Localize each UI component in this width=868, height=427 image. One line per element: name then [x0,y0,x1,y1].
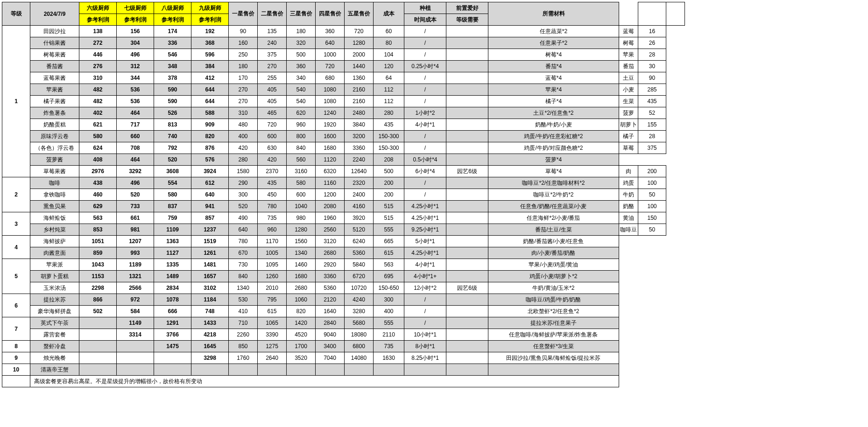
p9: 640 [191,189,229,201]
recipe-name: 乡村炖菜 [30,224,79,236]
p8: 526 [154,107,191,119]
side-val: 28 [638,131,666,142]
mat: 土豆*2/任意鱼*2 [488,107,619,119]
p9: 1481 [191,259,229,271]
level-cell: 2 [2,177,30,212]
s3: 1040 [287,201,316,212]
plant: 8小时*1 [404,341,446,352]
s1: 410 [229,306,258,317]
s4: 2920 [316,259,345,271]
s3: 1340 [287,247,316,259]
plant: 4.25小时*1 [404,247,446,259]
s5: 6720 [345,271,374,282]
side-val: 375 [638,142,666,154]
req [446,212,488,224]
recipe-name: 蓝莓果酱 [30,72,79,84]
p8: 666 [154,306,191,317]
mat: 番茄/土豆/生菜 [488,224,619,236]
req [446,271,488,282]
recipe-name: 草莓果酱 [30,166,79,177]
s2: 735 [258,212,287,224]
s3: 1280 [287,224,316,236]
s1: 250 [229,49,258,61]
s1: 670 [229,247,258,259]
s4: 1000 [316,49,345,61]
cost: 150-300 [374,131,404,142]
cost: 150-650 [374,282,404,294]
s3: 600 [287,189,316,201]
table-row: 3海鲜烩饭563661759857490735980196039205154.2… [2,212,685,224]
cost: 515 [374,212,404,224]
s5: 6800 [345,341,374,352]
s5: 2320 [345,177,374,189]
s3: 360 [287,61,316,72]
s5: 3200 [345,131,374,142]
p6 [79,352,117,364]
s3: 3520 [287,352,316,364]
side-name: 苹果 [619,49,638,61]
p7: 981 [117,224,154,236]
side-val: 90 [638,72,666,84]
p9: 1657 [191,271,229,282]
s2: 465 [258,107,287,119]
p9: 1184 [191,294,229,306]
p9: 909 [191,119,229,131]
s4: 2840 [316,317,345,329]
recipe-name: 露营套餐 [30,329,79,341]
table-row: 6提拉米苏86697210781184530795106021204240300… [2,294,685,306]
s2: 450 [258,189,287,201]
table-row: 10清蒸帝王蟹 [2,364,685,376]
recipe-name: 烛光晚餐 [30,352,79,364]
p7: 536 [117,84,154,96]
p7: 312 [117,61,154,72]
plant: 1小时*2 [404,107,446,119]
cost: 112 [374,84,404,96]
table-row: （各色）浮云卷62470879287642063084016803360150-… [2,142,685,154]
p7: 344 [117,72,154,84]
recipe-name: 什锦果酱 [30,37,79,49]
req [446,236,488,247]
recipe-name: 苹果派 [30,259,79,271]
p9: 1645 [191,341,229,352]
p7: 717 [117,119,154,131]
mat: 苹果*4 [488,84,619,96]
req [446,341,488,352]
p7: 708 [117,142,154,154]
s1: 170 [229,72,258,84]
s3: 620 [287,107,316,119]
s2: 1260 [258,271,287,282]
s5: 4160 [345,201,374,212]
table-row: 玉米浓汤229825662834310213402010268053601072… [2,282,685,294]
s4: 1080 [316,96,345,107]
s2: 3390 [258,329,287,341]
recipe-name: 橘子果酱 [30,96,79,107]
mat: 番茄*4 [488,61,619,72]
cost: 64 [374,72,404,84]
p9 [191,364,229,376]
hdr-s2: 二星售价 [258,2,287,26]
side-val: 155 [638,119,666,131]
s3: 1680 [287,271,316,282]
plant: / [404,84,446,96]
mat: 任意鱼/奶酪/任意蔬菜/小麦 [488,201,619,212]
table-row: 拿铁咖啡46052058064030045060012002400200/咖啡豆… [2,189,685,201]
hdr-plant-a: 种植 [404,2,446,14]
hdr-plant-b: 时间成本 [404,14,446,26]
s2 [258,364,287,376]
p7: 304 [117,37,154,49]
s2: 405 [258,84,287,96]
mat: 蓝莓*4 [488,72,619,84]
s3: 560 [287,154,316,166]
recipe-name: 螯虾冷盘 [30,341,79,352]
level-cell: 3 [2,212,30,236]
table-row: 菠萝酱408464520576280420560112022402080.5小时… [2,154,685,166]
table-row: 乡村炖菜853981110912376409601280256051205559… [2,224,685,236]
s3: 500 [287,49,316,61]
p7: 660 [117,131,154,142]
req [446,26,488,37]
p6: 276 [79,61,117,72]
mat: 任意螯虾*3/生菜 [488,341,619,352]
p7: 1207 [117,236,154,247]
mat: 牛奶/黄油/玉米*2 [488,282,619,294]
s5: 1280 [345,37,374,49]
